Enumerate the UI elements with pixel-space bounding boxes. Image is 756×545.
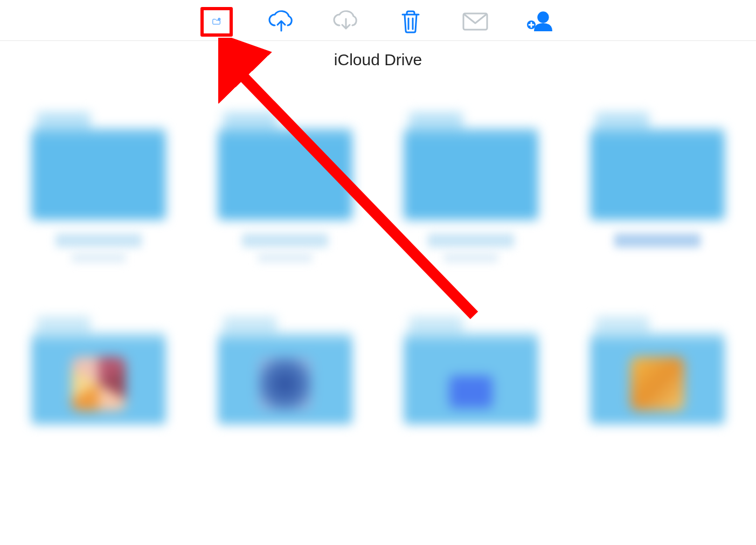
cloud-download-icon xyxy=(332,9,360,34)
app-badge-icon xyxy=(630,357,684,411)
new-folder-icon xyxy=(212,10,221,33)
folder-sublabel-obscured xyxy=(444,253,498,263)
folder-icon xyxy=(218,112,352,220)
envelope-icon xyxy=(462,11,489,32)
email-button xyxy=(459,7,491,37)
folder-icon xyxy=(590,112,725,220)
app-folder-item[interactable] xyxy=(208,316,362,424)
folder-icon xyxy=(404,112,538,220)
folder-icon xyxy=(31,316,166,424)
app-badge-icon xyxy=(258,357,312,411)
app-folder-item[interactable] xyxy=(22,316,176,424)
folder-label-obscured xyxy=(614,233,700,247)
folder-item[interactable] xyxy=(580,112,734,263)
toolbar xyxy=(0,0,756,41)
folder-label-obscured xyxy=(428,233,514,247)
svg-point-3 xyxy=(539,13,547,22)
location-title-row: iCloud Drive xyxy=(0,41,756,69)
new-folder-button[interactable] xyxy=(200,7,233,37)
folder-sublabel-obscured xyxy=(258,253,312,263)
file-grid xyxy=(0,69,756,424)
folder-label-obscured xyxy=(56,233,142,247)
app-folder-item[interactable] xyxy=(580,316,734,424)
folder-icon xyxy=(590,316,725,424)
share-button[interactable] xyxy=(524,7,556,37)
folder-sublabel-obscured xyxy=(72,253,126,263)
trash-icon xyxy=(399,9,422,34)
upload-button[interactable] xyxy=(265,7,297,37)
folder-label-obscured xyxy=(242,233,328,247)
location-title: iCloud Drive xyxy=(334,51,422,68)
download-button xyxy=(330,7,362,37)
folder-item[interactable] xyxy=(22,112,176,263)
cloud-upload-icon xyxy=(267,9,295,34)
folder-icon xyxy=(31,112,166,220)
add-people-icon xyxy=(526,10,554,33)
folder-item[interactable] xyxy=(394,112,549,263)
folder-icon xyxy=(218,316,352,424)
app-folder-item[interactable] xyxy=(394,316,549,424)
app-badge-icon xyxy=(449,376,493,408)
folder-icon xyxy=(404,316,538,424)
delete-button[interactable] xyxy=(394,7,427,37)
folder-item[interactable] xyxy=(208,112,362,263)
app-badge-icon xyxy=(72,357,126,411)
